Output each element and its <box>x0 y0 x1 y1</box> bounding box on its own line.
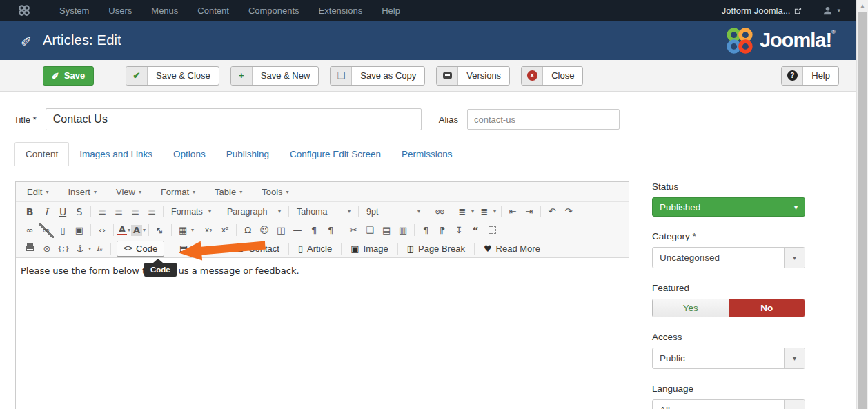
editor-menu-view[interactable]: View▾ <box>116 187 141 197</box>
xtd-image-button[interactable]: ▣Image <box>344 243 394 254</box>
editor-menu-format[interactable]: Format▾ <box>161 187 195 197</box>
find-replace-icon[interactable]: ⊙⊙ <box>432 204 447 219</box>
align-right-icon[interactable]: ≡ <box>128 204 143 219</box>
paragraph-dropdown[interactable]: Paragraph▾ <box>222 204 286 219</box>
xtd-readmore-button[interactable]: ♥Read More <box>477 243 546 254</box>
menu-components[interactable]: Components <box>239 6 309 16</box>
status-dropdown[interactable]: Published ▾ <box>652 197 805 217</box>
fullscreen-icon[interactable]: ↔ <box>150 219 171 241</box>
table-icon[interactable]: ▦ <box>175 223 190 238</box>
menu-extensions[interactable]: Extensions <box>309 6 373 16</box>
superscript-icon[interactable]: x² <box>217 223 233 238</box>
link-icon[interactable]: ∞ <box>22 223 37 238</box>
clear-formatting-icon[interactable]: Iₓ <box>92 241 107 256</box>
category-select[interactable]: Uncategorised ▾ <box>652 247 805 268</box>
nonbreaking-space-icon[interactable]: ¶ <box>306 223 322 238</box>
tab-configure-edit-screen[interactable]: Configure Edit Screen <box>279 143 391 166</box>
code-button[interactable]: <> Code <box>117 241 164 257</box>
joomla-mark-icon[interactable] <box>18 4 30 17</box>
code-sample-icon[interactable]: {;} <box>56 241 71 256</box>
unlink-icon[interactable]: ∞ <box>39 223 54 238</box>
bookmark-icon[interactable]: ▯ <box>55 223 70 238</box>
scrollbar-thumb[interactable] <box>858 12 867 409</box>
indent-icon[interactable]: ⇥ <box>522 204 537 219</box>
user-menu[interactable]: ▾ <box>822 6 840 16</box>
align-center-icon[interactable]: ≡ <box>111 204 126 219</box>
undo-icon[interactable]: ↶ <box>544 204 560 219</box>
underline-icon[interactable]: U <box>55 204 70 219</box>
special-character-icon[interactable]: Ω <box>240 223 255 238</box>
save-new-button[interactable]: + Save & New <box>230 66 319 86</box>
cut-icon[interactable]: ✂ <box>346 223 361 238</box>
copy-icon[interactable]: ❑ <box>362 223 377 238</box>
menu-content[interactable]: Content <box>188 6 239 16</box>
alias-input[interactable] <box>467 109 620 130</box>
font-size-dropdown[interactable]: 9pt▾ <box>362 204 425 219</box>
source-code-icon[interactable]: ‹› <box>95 223 110 238</box>
preview-icon[interactable]: ⊙ <box>39 241 55 256</box>
featured-no-button[interactable]: No <box>729 299 805 317</box>
insert-image-icon[interactable]: ▣ <box>72 223 87 238</box>
paste-as-text-icon[interactable]: ▥ <box>395 223 411 238</box>
close-button[interactable]: × Close <box>521 66 583 86</box>
bold-icon[interactable]: B <box>22 204 37 219</box>
background-color-icon[interactable]: A <box>131 225 142 236</box>
chevron-down-icon[interactable]: ▾ <box>784 348 805 368</box>
xtd-pagebreak-button[interactable]: ▯▯Page Break <box>401 243 471 254</box>
formats-dropdown[interactable]: Formats▾ <box>166 204 216 219</box>
chevron-down-icon[interactable]: ▾ <box>784 248 805 268</box>
outdent-icon[interactable]: ⇤ <box>505 204 520 219</box>
menu-menus[interactable]: Menus <box>141 6 188 16</box>
language-select[interactable]: All ▾ <box>652 399 805 409</box>
menu-system[interactable]: System <box>50 6 99 16</box>
tab-images-and-links[interactable]: Images and Links <box>69 143 163 166</box>
print-icon[interactable] <box>22 241 38 256</box>
horizontal-rule-icon[interactable]: — <box>290 223 305 238</box>
insert-template-icon[interactable]: ↧ <box>451 223 466 238</box>
numbered-list-icon[interactable]: ≣ <box>477 204 492 219</box>
align-justify-icon[interactable]: ≡ <box>144 204 159 219</box>
xtd-contact-button[interactable]: ☎Contact <box>227 243 286 254</box>
site-preview-link[interactable]: Jotform Joomla... <box>722 6 802 16</box>
blockquote-icon[interactable]: “ <box>468 223 483 238</box>
redo-icon[interactable]: ↷ <box>561 204 576 219</box>
menu-help[interactable]: Help <box>372 6 410 16</box>
save-copy-button[interactable]: ❑ Save as Copy <box>330 66 425 86</box>
text-color-icon[interactable]: A <box>117 225 127 235</box>
bullet-list-icon[interactable]: ≣ <box>455 204 470 219</box>
tab-permissions[interactable]: Permissions <box>391 143 463 166</box>
font-family-dropdown[interactable]: Tahoma▾ <box>292 204 355 219</box>
visual-blocks-icon[interactable] <box>484 223 500 238</box>
editor-menu-edit[interactable]: Edit▾ <box>27 187 48 197</box>
tab-options[interactable]: Options <box>163 143 216 166</box>
subscript-icon[interactable]: x₂ <box>201 223 216 238</box>
xtd-article-button[interactable]: ▯Article <box>292 243 338 254</box>
xtd-menu-button[interactable]: ▤Menu <box>173 243 221 254</box>
help-button[interactable]: ? Help <box>781 66 839 86</box>
ltr-icon[interactable]: ¶ <box>418 223 433 238</box>
title-input[interactable] <box>46 108 422 130</box>
align-left-icon[interactable]: ≡ <box>95 204 110 219</box>
tab-publishing[interactable]: Publishing <box>216 143 279 166</box>
emoticon-icon[interactable]: ☺ <box>257 223 272 238</box>
media-icon[interactable]: ◫ <box>273 223 288 238</box>
editor-content-area[interactable]: Please use the form below to send us a m… <box>16 258 629 409</box>
anchor-icon[interactable]: ⚓ <box>72 241 88 256</box>
browser-scrollbar[interactable]: ▲ <box>856 0 868 409</box>
paste-icon[interactable]: ▤ <box>379 223 394 238</box>
italic-icon[interactable]: I <box>39 204 54 219</box>
strikethrough-icon[interactable]: S <box>72 204 87 219</box>
scroll-up-icon[interactable]: ▲ <box>857 0 868 12</box>
editor-menu-insert[interactable]: Insert▾ <box>68 187 97 197</box>
featured-yes-button[interactable]: Yes <box>653 299 729 317</box>
save-button[interactable]: ✎ Save <box>43 66 94 86</box>
editor-menu-tools[interactable]: Tools▾ <box>262 187 288 197</box>
save-close-button[interactable]: ✔ Save & Close <box>126 66 219 86</box>
access-select[interactable]: Public ▾ <box>652 348 805 369</box>
rtl-icon[interactable]: ¶ <box>435 223 450 238</box>
visual-characters-icon[interactable]: ¶ <box>323 223 338 238</box>
tab-content[interactable]: Content <box>14 142 69 166</box>
chevron-down-icon[interactable]: ▾ <box>784 400 805 409</box>
menu-users[interactable]: Users <box>99 6 141 16</box>
editor-menu-table[interactable]: Table▾ <box>215 187 242 197</box>
